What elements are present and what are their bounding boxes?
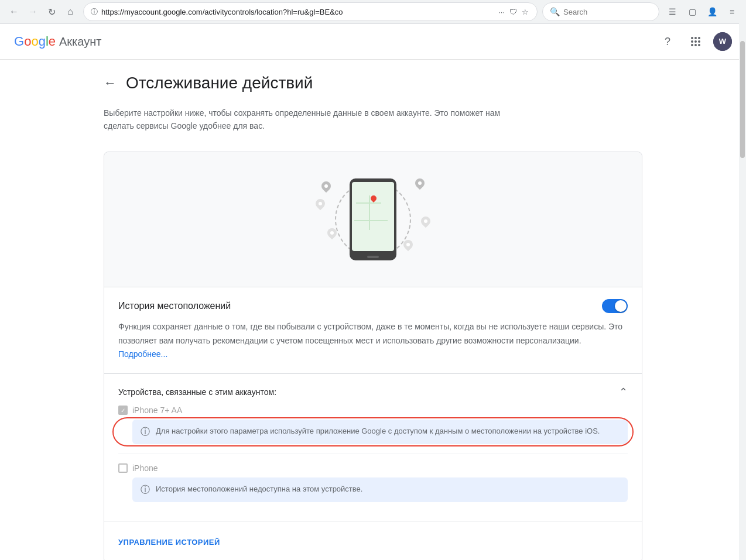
device-checkbox-1[interactable]: ✓ <box>118 406 128 415</box>
info-icon-1: ⓘ <box>141 426 150 438</box>
browser-chrome: ← → ↻ ⌂ ⓘ https://myaccount.google.com/a… <box>0 0 746 24</box>
highlighted-info-box: ⓘ Для настройки этого параметра использу… <box>118 420 628 444</box>
device-name-1: iPhone 7+ AA <box>132 406 182 415</box>
svg-text:W: W <box>719 37 727 46</box>
location-pin-3 <box>326 228 338 242</box>
scrollbar-track <box>739 23 746 560</box>
lock-icon: ⓘ <box>91 7 98 17</box>
account-label: Аккаунт <box>59 35 101 49</box>
svg-point-6 <box>691 44 693 46</box>
devices-label: Устройства, связанные с этим аккаунтом: <box>118 387 276 397</box>
device-item-iphone7: ✓ iPhone 7+ AA ⓘ Для настройки этого пар… <box>118 398 628 451</box>
device-name-2: iPhone <box>132 463 158 473</box>
device-name-row-1: ✓ iPhone 7+ AA <box>118 406 628 415</box>
forward-button[interactable]: → <box>25 4 41 20</box>
location-toggle[interactable] <box>602 299 628 313</box>
description-text: Функция сохраняет данные о том, где вы п… <box>118 320 628 362</box>
google-logo-text: Google <box>14 34 56 49</box>
main-content: ← Отслеживание действий Выберите настрой… <box>80 60 666 560</box>
tab-icon[interactable]: ▢ <box>684 4 700 20</box>
location-pin-4 <box>414 178 426 193</box>
home-button[interactable]: ⌂ <box>62 4 78 20</box>
back-button[interactable]: ← <box>6 4 22 20</box>
phone-illustration <box>309 170 437 269</box>
nav-buttons: ← → ↻ ⌂ <box>6 4 78 20</box>
browser-icons: ☰ ▢ 👤 ≡ <box>664 4 740 20</box>
svg-point-1 <box>694 37 697 39</box>
svg-point-4 <box>694 40 697 43</box>
location-pin-6 <box>402 240 414 254</box>
toggle-section: История местоположений старое устройство <box>104 287 642 373</box>
location-history-label: История местоположений <box>118 301 231 311</box>
svg-point-3 <box>691 40 693 43</box>
info-icon-2: ⓘ <box>141 484 150 496</box>
header-actions: ? W <box>657 31 732 52</box>
profile-icon[interactable]: 👤 <box>704 4 720 20</box>
svg-point-8 <box>698 44 700 46</box>
apps-icon <box>690 36 701 47</box>
devices-row: Устройства, связанные с этим аккаунтом: … <box>118 386 628 398</box>
back-arrow[interactable]: ← <box>104 75 117 91</box>
device-item-iphone: iPhone ⓘ История местоположений недоступ… <box>118 456 628 509</box>
page-title-row: ← Отслеживание действий <box>104 74 642 92</box>
google-logo: Google Аккаунт <box>14 34 101 49</box>
menu-icon[interactable]: ≡ <box>724 4 740 20</box>
device-name-row-2: iPhone <box>118 463 628 473</box>
devices-section: Устройства, связанные с этим аккаунтом: … <box>104 373 642 521</box>
apps-button[interactable] <box>685 31 706 52</box>
phone-screen <box>352 182 394 251</box>
address-bar[interactable]: ⓘ https://myaccount.google.com/activityc… <box>83 2 538 21</box>
bookmark-button[interactable]: ☆ <box>521 6 530 18</box>
help-button[interactable]: ? <box>657 31 678 52</box>
info-text-1: Для настройки этого параметра используйт… <box>156 425 600 437</box>
google-header: Google Аккаунт ? <box>0 24 746 60</box>
search-icon: 🔍 <box>550 7 560 16</box>
info-box-1: ⓘ Для настройки этого параметра использу… <box>132 420 628 444</box>
location-pin-5 <box>420 217 432 231</box>
card-illustration <box>104 152 642 287</box>
address-actions: ··· 🛡 ☆ <box>497 6 530 18</box>
subtitle-text: Выберите настройки ниже, чтобы сохранять… <box>104 106 514 133</box>
map-lines <box>352 182 394 251</box>
location-card: История местоположений старое устройство <box>104 152 642 560</box>
avatar[interactable]: W <box>713 32 732 51</box>
help-icon: ? <box>665 36 670 48</box>
location-pin-1 <box>320 181 332 195</box>
chevron-up-icon[interactable]: ⌃ <box>619 386 628 398</box>
svg-point-7 <box>694 44 697 46</box>
location-pin-2 <box>314 199 326 213</box>
url-text: https://myaccount.google.com/activitycon… <box>101 8 494 16</box>
collections-icon[interactable]: ☰ <box>664 4 680 20</box>
browser-toolbar: ← → ↻ ⌂ ⓘ https://myaccount.google.com/a… <box>0 0 746 23</box>
svg-point-2 <box>698 37 700 39</box>
more-button[interactable]: ··· <box>497 6 506 18</box>
device-checkbox-2[interactable] <box>118 463 128 473</box>
device-divider <box>118 454 628 454</box>
search-input[interactable] <box>563 8 652 16</box>
svg-point-0 <box>691 37 693 39</box>
info-box-2: ⓘ История местоположений недоступна на э… <box>132 477 628 502</box>
toggle-row: История местоположений старое устройство <box>118 299 628 313</box>
shield-button[interactable]: 🛡 <box>508 6 518 18</box>
reload-button[interactable]: ↻ <box>43 4 60 20</box>
manage-history-link[interactable]: УПРАВЛЕНИЕ ИСТОРИЕЙ <box>118 533 220 551</box>
toggle-knob <box>615 300 627 312</box>
info-text-2: История местоположений недоступна на это… <box>156 483 362 495</box>
page-wrapper: Google Аккаунт ? <box>0 24 746 560</box>
svg-point-5 <box>698 40 700 43</box>
search-box[interactable]: 🔍 <box>542 2 659 21</box>
scrollbar-thumb[interactable] <box>740 41 745 158</box>
page-title: Отслеживание действий <box>126 74 313 92</box>
phone-body <box>350 178 396 260</box>
learn-more-link[interactable]: Подробнее... <box>118 349 167 359</box>
phone-home-btn <box>367 256 379 258</box>
manage-history-section: УПРАВЛЕНИЕ ИСТОРИЕЙ <box>104 521 642 560</box>
